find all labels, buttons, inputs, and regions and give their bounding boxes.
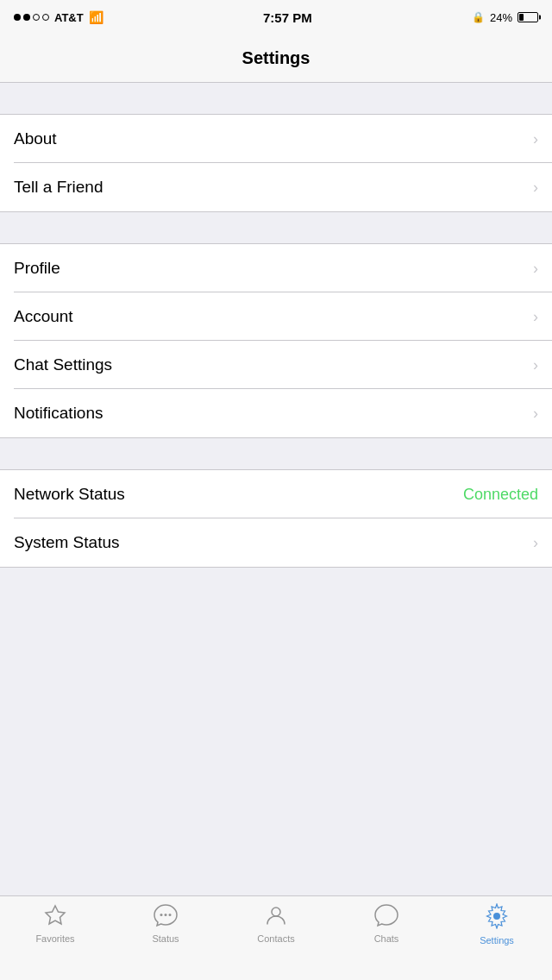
chat-settings-chevron: › (533, 356, 538, 374)
chat-settings-right: › (533, 356, 538, 374)
signal-dot-4 (42, 14, 49, 21)
carrier-label: AT&T (54, 11, 84, 24)
network-status-right: Connected (463, 486, 538, 504)
tab-status[interactable]: Status (110, 903, 221, 944)
system-status-right: › (533, 534, 538, 552)
system-status-label: System Status (14, 533, 120, 552)
tell-a-friend-chevron: › (533, 179, 538, 197)
notifications-right: › (533, 405, 538, 423)
tell-a-friend-right: › (533, 179, 538, 197)
notifications-chevron: › (533, 405, 538, 423)
network-status-label: Network Status (14, 485, 125, 504)
list-group-2: Profile › Account › Chat Settings › Noti… (0, 243, 552, 438)
section-gap-2 (0, 212, 552, 243)
profile-item[interactable]: Profile › (0, 244, 552, 292)
battery-bar (518, 12, 538, 22)
chats-label: Chats (374, 933, 399, 944)
network-status-item[interactable]: Network Status Connected (0, 470, 552, 518)
signal-dots (14, 14, 49, 21)
account-right: › (533, 308, 538, 326)
account-label: Account (14, 307, 73, 326)
nav-header: Settings (0, 35, 552, 83)
svg-marker-0 (46, 906, 65, 924)
favorites-label: Favorites (35, 933, 74, 944)
chat-settings-item[interactable]: Chat Settings › (0, 341, 552, 389)
signal-dot-3 (33, 14, 40, 21)
chat-settings-label: Chat Settings (14, 355, 112, 374)
tab-contacts[interactable]: Contacts (221, 903, 331, 944)
status-left: AT&T 📶 (14, 10, 104, 24)
svg-point-1 (160, 914, 163, 916)
svg-point-2 (165, 914, 167, 916)
favorites-icon (43, 903, 67, 931)
profile-chevron: › (533, 260, 538, 278)
about-chevron: › (533, 130, 538, 148)
contacts-label: Contacts (257, 933, 294, 944)
svg-point-5 (493, 913, 500, 920)
signal-dot-1 (14, 14, 21, 21)
section-gap-4 (0, 568, 552, 599)
status-bar: AT&T 📶 7:57 PM 🔒 24% (0, 0, 552, 35)
tell-a-friend-item[interactable]: Tell a Friend › (0, 163, 552, 211)
battery-fill (519, 14, 524, 21)
about-right: › (533, 130, 538, 148)
about-item[interactable]: About › (0, 115, 552, 163)
system-status-chevron: › (533, 534, 538, 552)
network-status-value: Connected (463, 486, 538, 504)
tab-bar: Favorites Status Contacts (0, 895, 552, 980)
list-group-3: Network Status Connected System Status › (0, 469, 552, 568)
lock-icon: 🔒 (472, 11, 485, 23)
page-title: Settings (242, 48, 310, 68)
account-chevron: › (533, 308, 538, 326)
chats-icon (373, 903, 399, 931)
list-group-1: About › Tell a Friend › (0, 114, 552, 212)
tab-chats[interactable]: Chats (331, 903, 442, 944)
profile-label: Profile (14, 259, 60, 278)
section-gap-1 (0, 83, 552, 114)
tab-favorites[interactable]: Favorites (0, 903, 110, 944)
battery-indicator (518, 12, 538, 22)
status-time: 7:57 PM (263, 10, 312, 25)
tab-settings[interactable]: Settings (442, 903, 552, 945)
settings-label: Settings (480, 935, 514, 945)
svg-point-4 (272, 908, 280, 916)
profile-right: › (533, 260, 538, 278)
status-right: 🔒 24% (472, 11, 538, 24)
battery-percent: 24% (490, 11, 512, 24)
section-gap-3 (0, 438, 552, 469)
system-status-item[interactable]: System Status › (0, 518, 552, 567)
status-icon (153, 903, 179, 931)
signal-dot-2 (23, 14, 30, 21)
account-item[interactable]: Account › (0, 292, 552, 341)
notifications-item[interactable]: Notifications › (0, 389, 552, 437)
settings-icon (484, 903, 510, 933)
wifi-icon: 📶 (89, 10, 104, 24)
contacts-icon (264, 903, 288, 931)
tell-a-friend-label: Tell a Friend (14, 178, 104, 197)
about-label: About (14, 129, 57, 148)
status-label: Status (152, 933, 179, 944)
svg-point-3 (169, 914, 172, 916)
content-area: About › Tell a Friend › Profile › Accoun… (0, 83, 552, 599)
notifications-label: Notifications (14, 404, 104, 423)
